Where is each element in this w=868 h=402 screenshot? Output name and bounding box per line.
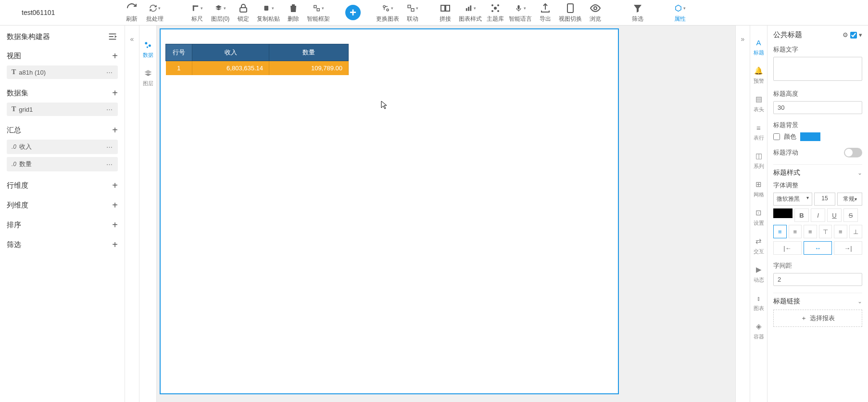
vtab-series[interactable]: ◫系列 — [754, 146, 764, 175]
valign-middle-button[interactable]: ≡ — [834, 225, 847, 238]
title-height-input[interactable] — [773, 101, 862, 114]
toolbar-themelib-button[interactable]: 主题库 — [484, 0, 507, 25]
italic-button[interactable]: I — [811, 208, 825, 222]
chevron-down-icon[interactable]: ▾ — [859, 31, 862, 39]
add-3-button[interactable]: + — [112, 180, 118, 191]
font-family-select[interactable]: 微软雅黑 ▾ — [773, 193, 812, 206]
toolbar-smartframe-button[interactable]: 智能框架 — [305, 0, 332, 25]
toolbar-delete-button[interactable]: 删除 — [282, 0, 305, 25]
vtab-grid[interactable]: ⊞网格 — [754, 175, 764, 203]
title-float-toggle[interactable] — [844, 148, 862, 157]
toolbar-swapchart-button[interactable]: 更换图表 — [374, 0, 401, 25]
valign-bottom-button[interactable]: ⊥ — [849, 225, 863, 238]
toolbar-link-button[interactable]: 联动 — [401, 0, 424, 25]
vtab-trow[interactable]: ≡表行 — [754, 118, 764, 146]
column-header[interactable]: 收入 — [192, 44, 269, 61]
font-color-swatch[interactable] — [773, 208, 793, 218]
toolbar-export-button[interactable]: 导出 — [534, 0, 557, 25]
toolbar-refresh-button[interactable]: 刷新 — [120, 0, 143, 25]
bg-color-swatch[interactable] — [800, 132, 820, 141]
select-report-button[interactable]: ＋ 选择报表 — [773, 310, 862, 327]
gear-icon[interactable]: ⚙ — [843, 31, 848, 39]
vtab-data[interactable]: 数据 — [143, 35, 153, 64]
font-size-select[interactable]: 15 — [814, 193, 835, 206]
toolbar-add-button[interactable]: + — [341, 0, 365, 25]
collapse-right-icon[interactable]: » — [735, 26, 750, 402]
canvas-area: 行号收入数量 16,803,635.14109,789.00 — [157, 26, 735, 402]
vtab-title[interactable]: A标题 — [754, 33, 764, 61]
collapse-left-icon[interactable]: « — [125, 26, 139, 402]
preview-label: 浏览 — [590, 15, 601, 23]
bold-button[interactable]: B — [794, 208, 809, 222]
vtab-settings[interactable]: ⊡设置 — [754, 203, 764, 232]
smartlang-label: 智能语言 — [509, 15, 532, 23]
container-icon: ◈ — [754, 322, 764, 331]
column-header[interactable]: 行号 — [166, 44, 192, 61]
add-2-button[interactable]: + — [112, 125, 118, 136]
vtab-alert[interactable]: 🔔预警 — [754, 61, 764, 90]
add-6-button[interactable]: + — [112, 239, 118, 250]
align-left-button[interactable]: ≡ — [773, 225, 787, 238]
ruler-label: 标尺 — [191, 15, 203, 23]
more-icon[interactable]: ⋯ — [106, 69, 113, 76]
valign-top-button[interactable]: ⊤ — [819, 225, 832, 238]
toolbar-batch-button[interactable]: 批处理 — [143, 0, 166, 25]
field-pill[interactable]: Tgrid1⋯ — [7, 103, 118, 116]
panel-enable-checkbox[interactable] — [850, 32, 857, 39]
title-link-accordion[interactable]: 标题链接 ⌄ — [773, 293, 862, 310]
toolbar-preview-button[interactable]: 浏览 — [584, 0, 607, 25]
table-cell[interactable]: 109,789.00 — [269, 61, 349, 76]
underline-button[interactable]: U — [827, 208, 842, 222]
label-title-bg: 标题背景 — [773, 121, 862, 130]
preview-icon — [590, 2, 601, 14]
letter-spacing-input[interactable] — [773, 273, 862, 286]
vtab-label: 图表 — [754, 305, 764, 312]
table-cell[interactable]: 1 — [166, 61, 192, 76]
vtab-dynamic[interactable]: ▶动态 — [754, 260, 764, 288]
toolbar-ruler-button[interactable]: 标尺 — [186, 0, 209, 25]
add-5-button[interactable]: + — [112, 220, 118, 231]
panel-toggle-icon[interactable] — [107, 31, 118, 42]
table-cell[interactable]: 6,803,635.14 — [192, 61, 269, 76]
filter-label: 筛选 — [632, 15, 643, 23]
toolbar-chartstyle-button[interactable]: 图表样式 — [457, 0, 484, 25]
title-style-accordion[interactable]: 标题样式 ⌄ — [773, 164, 862, 181]
data-table[interactable]: 行号收入数量 16,803,635.14109,789.00 — [165, 44, 349, 75]
more-icon[interactable]: ⋯ — [106, 106, 113, 113]
halign-center-button[interactable]: ↔ — [804, 241, 832, 255]
toolbar-smartlang-button[interactable]: 智能语言 — [507, 0, 534, 25]
vtab-interact[interactable]: ⇄交互 — [754, 232, 764, 260]
column-header[interactable]: 数量 — [269, 44, 349, 61]
vtab-thead[interactable]: ▤表头 — [754, 90, 764, 118]
strike-button[interactable]: S — [843, 208, 858, 222]
vtab-layers[interactable]: 图层 — [143, 64, 153, 92]
more-icon[interactable]: ⋯ — [106, 161, 113, 168]
toolbar-filter-button[interactable]: 筛选 — [626, 0, 649, 25]
link-label: 联动 — [407, 15, 418, 23]
add-1-button[interactable]: + — [112, 88, 118, 99]
halign-end-button[interactable]: →| — [834, 241, 862, 255]
toolbar-copypaste-button[interactable]: 复制粘贴 — [255, 0, 282, 25]
align-center-button[interactable]: ≡ — [789, 225, 802, 238]
vtab-container[interactable]: ◈容器 — [754, 317, 764, 345]
toolbar-merge-button[interactable]: 拼接 — [434, 0, 457, 25]
table-row[interactable]: 16,803,635.14109,789.00 — [166, 61, 349, 76]
halign-start-button[interactable]: |← — [773, 241, 802, 255]
toolbar-viewswitch-button[interactable]: 视图切换 — [557, 0, 584, 25]
vtab-label: 网格 — [754, 191, 764, 198]
field-pill[interactable]: Ta81h (10)⋯ — [7, 65, 118, 79]
toolbar-layer-button[interactable]: 图层(0) — [209, 0, 232, 25]
bg-color-checkbox[interactable] — [773, 133, 780, 140]
toolbar-props-button[interactable]: 属性 — [668, 0, 692, 25]
field-pill[interactable]: .0数量⋯ — [7, 157, 118, 171]
title-text-input[interactable] — [773, 57, 862, 81]
align-right-button[interactable]: ≡ — [804, 225, 817, 238]
report-canvas[interactable]: 行号收入数量 16,803,635.14109,789.00 — [160, 28, 619, 394]
field-pill[interactable]: .0收入⋯ — [7, 140, 118, 154]
toolbar-lock-button[interactable]: 锁定 — [232, 0, 255, 25]
font-weight-select[interactable]: 常规▾ — [837, 193, 862, 206]
more-icon[interactable]: ⋯ — [106, 143, 113, 151]
add-0-button[interactable]: + — [112, 51, 118, 62]
vtab-pivot[interactable]: ⫾图表 — [754, 288, 764, 317]
add-4-button[interactable]: + — [112, 200, 118, 211]
